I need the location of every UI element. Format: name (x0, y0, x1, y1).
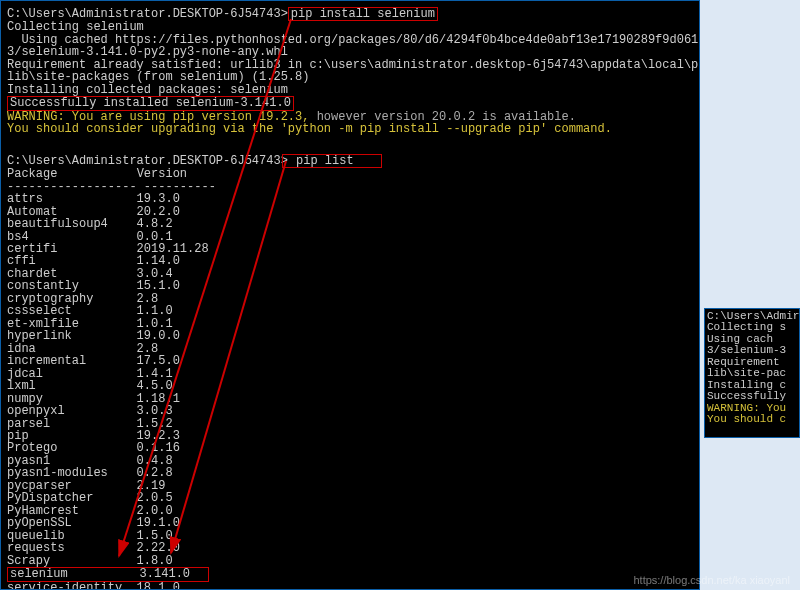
table-row: hyperlink 19.0.0 (7, 330, 693, 342)
table-row: pyOpenSSL 19.1.0 (7, 517, 693, 529)
out-warn2: You should consider upgrading via the 'p… (7, 123, 693, 135)
table-row: requests 2.22.0 (7, 542, 693, 554)
thumbnail-overlay: C:\Users\Admir Collecting s Using cach 3… (704, 308, 800, 438)
out-success: Successfully installed selenium-3.141.0 (7, 96, 693, 110)
table-row: openpyxl 3.0.3 (7, 405, 693, 417)
terminal-window[interactable]: C:\Users\Administrator.DESKTOP-6J54743>p… (0, 0, 700, 590)
package-list: attrs 19.3.0Automat 20.2.0beautifulsoup4… (7, 193, 693, 590)
table-row: lxml 4.5.0 (7, 380, 693, 392)
prompt-line-1: C:\Users\Administrator.DESKTOP-6J54743>p… (7, 7, 693, 21)
table-row: beautifulsoup4 4.8.2 (7, 218, 693, 230)
out-cached2: 3/selenium-3.141.0-py2.py3-none-any.whl (7, 46, 693, 58)
table-row: selenium 3.141.0 (7, 567, 693, 581)
table-row: Scrapy 1.8.0 (7, 555, 693, 567)
prompt: C:\Users\Administrator.DESKTOP-6J54743> (7, 154, 288, 168)
prompt-line-2: C:\Users\Administrator.DESKTOP-6J54743> … (7, 154, 693, 168)
table-row: service-identity 18.1.0 (7, 582, 693, 590)
list-header: Package Version (7, 168, 693, 180)
table-row: attrs 19.3.0 (7, 193, 693, 205)
watermark: https://blog.csdn.net/ka xiaoyanl (633, 574, 790, 586)
out-req2: lib\site-packages (from selenium) (1.25.… (7, 71, 693, 83)
cmd-list-highlight: pip list (282, 154, 382, 168)
table-row: cssselect 1.1.0 (7, 305, 693, 317)
table-row: pyasn1-modules 0.2.8 (7, 467, 693, 479)
out-installing: Installing collected packages: selenium (7, 84, 693, 96)
success-highlight: Successfully installed selenium-3.141.0 (7, 96, 294, 110)
cmd-install-highlight: pip install selenium (288, 7, 438, 21)
table-row: PyDispatcher 2.0.5 (7, 492, 693, 504)
prompt: C:\Users\Administrator.DESKTOP-6J54743> (7, 7, 288, 21)
table-row: incremental 17.5.0 (7, 355, 693, 367)
selenium-row-highlight: selenium 3.141.0 (7, 567, 209, 581)
table-row: constantly 15.1.0 (7, 280, 693, 292)
